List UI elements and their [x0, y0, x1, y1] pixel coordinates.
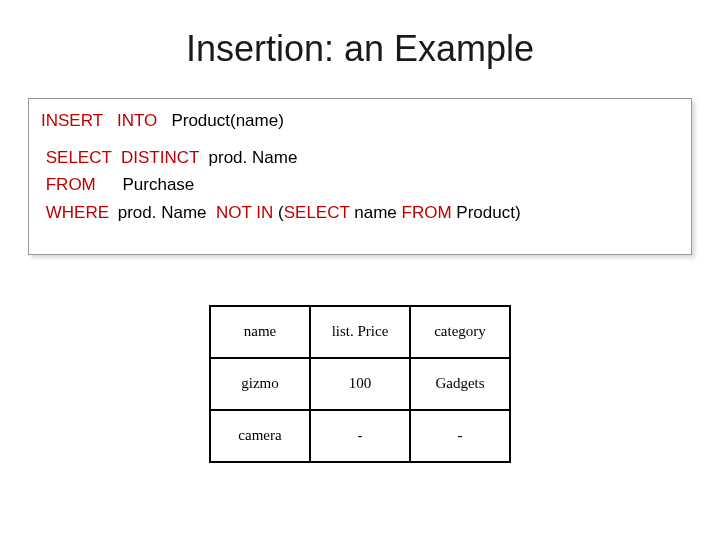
col-category: category	[410, 306, 510, 358]
cell-listprice: 100	[310, 358, 410, 410]
kw-select2: SELECT	[284, 203, 350, 222]
kw-from2: FROM	[402, 203, 452, 222]
code-line-2: SELECT DISTINCT prod. Name	[41, 144, 679, 171]
cell-category: -	[410, 410, 510, 462]
result-table: name list. Price category gizmo 100 Gadg…	[209, 305, 511, 463]
kw-into: INTO	[117, 111, 157, 130]
col-name: name	[210, 306, 310, 358]
code-text: Product(name)	[171, 111, 283, 130]
table-row: camera - -	[210, 410, 510, 462]
kw-notin: NOT IN	[216, 203, 273, 222]
kw-from: FROM	[46, 171, 118, 198]
table-row: gizmo 100 Gadgets	[210, 358, 510, 410]
cell-category: Gadgets	[410, 358, 510, 410]
result-table-wrap: name list. Price category gizmo 100 Gadg…	[0, 305, 720, 463]
kw-distinct: DISTINCT	[121, 148, 199, 167]
cell-listprice: -	[310, 410, 410, 462]
code-line-3: FROM Purchase	[41, 171, 679, 198]
code-text: prod. Name	[118, 203, 212, 222]
kw-select: SELECT	[46, 148, 112, 167]
code-line-1: INSERT INTO Product(name)	[41, 107, 679, 134]
sql-code-box: INSERT INTO Product(name) SELECT DISTINC…	[28, 98, 692, 255]
code-text: name	[350, 203, 402, 222]
cell-name: camera	[210, 410, 310, 462]
table-header-row: name list. Price category	[210, 306, 510, 358]
kw-where: WHERE	[46, 199, 118, 226]
cell-name: gizmo	[210, 358, 310, 410]
code-text: Product)	[452, 203, 521, 222]
code-text: (	[273, 203, 283, 222]
code-text: Purchase	[122, 175, 194, 194]
kw-insert: INSERT	[41, 111, 103, 130]
col-listprice: list. Price	[310, 306, 410, 358]
code-line-4: WHEREprod. Name NOT IN (SELECT name FROM…	[41, 199, 679, 226]
code-text: prod. Name	[209, 148, 298, 167]
slide-title: Insertion: an Example	[0, 0, 720, 90]
